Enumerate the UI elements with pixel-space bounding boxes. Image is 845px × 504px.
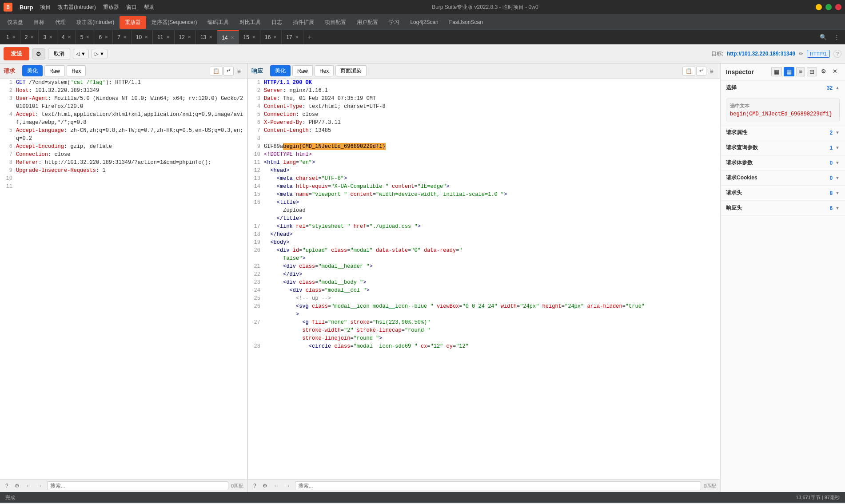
inspector-cookies-header[interactable]: 请求Cookies 0 ▼ bbox=[721, 171, 845, 185]
response-wrap-icon[interactable]: ↵ bbox=[696, 67, 706, 75]
response-prev-match[interactable]: ← bbox=[272, 482, 281, 490]
tab-3-close[interactable]: ✕ bbox=[49, 35, 52, 40]
request-tab-beautify[interactable]: 美化 bbox=[22, 65, 43, 76]
inspector-query-params-header[interactable]: 请求查询参数 1 ▼ bbox=[721, 140, 845, 155]
tab-add-button[interactable]: + bbox=[303, 32, 316, 43]
nav-user-options[interactable]: 用户配置 bbox=[351, 16, 383, 29]
tab-10[interactable]: 10✕ bbox=[132, 30, 153, 44]
request-help-btn[interactable]: ? bbox=[4, 482, 10, 490]
response-more-icon[interactable]: ≡ bbox=[707, 67, 716, 75]
request-search-input[interactable] bbox=[47, 481, 228, 490]
response-tab-raw[interactable]: Raw bbox=[292, 65, 313, 76]
request-tab-raw[interactable]: Raw bbox=[44, 65, 65, 76]
menu-intruder[interactable]: 攻击器(Intruder) bbox=[58, 4, 96, 11]
request-tab-hex[interactable]: Hex bbox=[67, 65, 86, 76]
nav-sequencer[interactable]: 定序器(Sequencer) bbox=[146, 16, 202, 29]
tab-16-close[interactable]: ✕ bbox=[273, 35, 277, 40]
nav-encoder[interactable]: 编码工具 bbox=[202, 16, 234, 29]
tab-12-close[interactable]: ✕ bbox=[187, 35, 191, 40]
tab-2[interactable]: 2✕ bbox=[20, 30, 39, 44]
req-headers-expand-icon[interactable]: ▼ bbox=[835, 190, 840, 195]
tab-16[interactable]: 16✕ bbox=[260, 30, 282, 44]
response-help-btn[interactable]: ? bbox=[251, 482, 258, 490]
nav-intruder[interactable]: 攻击器(Intruder) bbox=[71, 16, 120, 29]
tab-17-close[interactable]: ✕ bbox=[295, 35, 299, 40]
tab-menu-button[interactable]: ⋮ bbox=[830, 32, 843, 42]
maximize-button[interactable] bbox=[825, 4, 832, 10]
tab-3[interactable]: 3✕ bbox=[39, 30, 57, 44]
nav-dashboard[interactable]: 仪表盘 bbox=[2, 16, 28, 29]
cancel-button[interactable]: 取消 bbox=[48, 48, 70, 60]
tab-7-close[interactable]: ✕ bbox=[123, 35, 127, 40]
nav-logger[interactable]: 日志 bbox=[266, 16, 287, 29]
request-copy-icon[interactable]: 📋 bbox=[210, 67, 223, 75]
response-tab-render[interactable]: 页面渲染 bbox=[335, 65, 367, 76]
menu-project[interactable]: 项目 bbox=[40, 4, 51, 11]
tab-17[interactable]: 17✕ bbox=[282, 30, 303, 44]
request-prev-match[interactable]: ← bbox=[24, 482, 33, 490]
tab-4[interactable]: 4✕ bbox=[57, 30, 76, 44]
nav-comparer[interactable]: 对比工具 bbox=[234, 16, 266, 29]
response-search-input[interactable] bbox=[295, 481, 701, 490]
body-params-expand-icon[interactable]: ▼ bbox=[835, 160, 840, 165]
nav-target[interactable]: 目标 bbox=[28, 16, 50, 29]
menu-help[interactable]: 帮助 bbox=[144, 4, 155, 11]
inspector-close-icon[interactable]: ✕ bbox=[830, 67, 840, 76]
response-tab-beautify[interactable]: 美化 bbox=[270, 65, 291, 76]
response-tab-hex[interactable]: Hex bbox=[315, 65, 334, 76]
tab-10-close[interactable]: ✕ bbox=[144, 35, 148, 40]
menu-window[interactable]: 窗口 bbox=[126, 4, 137, 11]
inspector-split-icon[interactable]: ⊟ bbox=[807, 67, 817, 76]
tab-4-close[interactable]: ✕ bbox=[68, 35, 71, 40]
response-settings-btn[interactable]: ⚙ bbox=[261, 482, 269, 490]
request-next-match[interactable]: → bbox=[36, 482, 44, 490]
send-button[interactable]: 发送 bbox=[4, 47, 29, 60]
tab-14-close[interactable]: ✕ bbox=[231, 35, 234, 40]
req-props-expand-icon[interactable]: ▼ bbox=[835, 130, 840, 135]
tab-15[interactable]: 15✕ bbox=[239, 30, 260, 44]
tab-5[interactable]: 5✕ bbox=[76, 30, 95, 44]
tab-search-button[interactable]: 🔍 bbox=[816, 32, 830, 42]
minimize-button[interactable] bbox=[816, 4, 822, 10]
tab-12[interactable]: 12✕ bbox=[175, 30, 196, 44]
help-icon[interactable]: ? bbox=[833, 50, 841, 58]
tab-13-close[interactable]: ✕ bbox=[209, 35, 212, 40]
request-wrap-icon[interactable]: ↵ bbox=[223, 67, 234, 75]
cookies-expand-icon[interactable]: ▼ bbox=[835, 175, 840, 180]
request-code-area[interactable]: 1 GET /?cmd=system('cat /flag'); HTTP/1.… bbox=[0, 79, 247, 479]
inspector-resp-headers-header[interactable]: 响应头 6 ▼ bbox=[721, 201, 845, 215]
nav-log4j2scan[interactable]: Log4j2Scan bbox=[405, 16, 443, 28]
inspector-selection-header[interactable]: 选择 32 ▲ bbox=[721, 80, 845, 95]
request-settings-btn[interactable]: ⚙ bbox=[13, 482, 21, 490]
inspector-body-params-header[interactable]: 请求体参数 0 ▼ bbox=[721, 155, 845, 170]
tab-6[interactable]: 6✕ bbox=[94, 30, 113, 44]
inspector-grid-icon-1[interactable]: ▦ bbox=[771, 67, 782, 76]
inspector-req-props-header[interactable]: 请求属性 2 ▼ bbox=[721, 125, 845, 140]
http-version[interactable]: HTTP/1 bbox=[807, 50, 830, 58]
settings-button[interactable]: ⚙ bbox=[32, 48, 45, 60]
resp-headers-expand-icon[interactable]: ▼ bbox=[835, 206, 840, 210]
close-button[interactable] bbox=[835, 4, 841, 10]
inspector-list-icon[interactable]: ≡ bbox=[796, 67, 805, 76]
nav-repeater[interactable]: 重放器 bbox=[120, 16, 146, 29]
tab-11[interactable]: 11✕ bbox=[153, 30, 174, 44]
edit-url-icon[interactable]: ✏ bbox=[799, 51, 803, 57]
menu-repeater[interactable]: 重放器 bbox=[103, 4, 119, 11]
tab-1-close[interactable]: ✕ bbox=[12, 35, 16, 40]
nav-proxy[interactable]: 代理 bbox=[50, 16, 71, 29]
query-params-expand-icon[interactable]: ▼ bbox=[835, 145, 840, 150]
tab-14[interactable]: 14✕ bbox=[217, 30, 239, 44]
tab-13[interactable]: 13✕ bbox=[196, 30, 217, 44]
tab-2-close[interactable]: ✕ bbox=[30, 35, 34, 40]
next-button[interactable]: ▷ ▼ bbox=[92, 49, 108, 59]
request-more-icon[interactable]: ≡ bbox=[235, 67, 243, 75]
tab-6-close[interactable]: ✕ bbox=[104, 35, 108, 40]
response-next-match[interactable]: → bbox=[283, 482, 292, 490]
selection-collapse-icon[interactable]: ▲ bbox=[835, 85, 840, 90]
inspector-grid-icon-2[interactable]: ▤ bbox=[784, 67, 794, 76]
nav-project-options[interactable]: 项目配置 bbox=[319, 16, 351, 29]
inspector-req-headers-header[interactable]: 请求头 8 ▼ bbox=[721, 186, 845, 200]
inspector-settings-icon[interactable]: ⚙ bbox=[819, 67, 829, 76]
prev-button[interactable]: ◁ ▼ bbox=[73, 49, 89, 59]
tab-5-close[interactable]: ✕ bbox=[86, 35, 89, 40]
